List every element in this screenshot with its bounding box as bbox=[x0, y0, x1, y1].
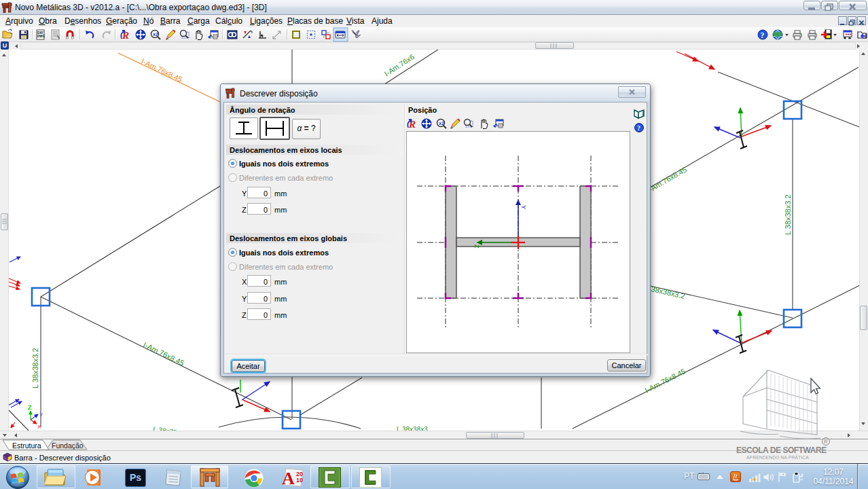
svg-text:10: 10 bbox=[296, 477, 303, 484]
svg-text:Y: Y bbox=[39, 412, 43, 418]
svg-text:L 38x38x3.2: L 38x38x3.2 bbox=[31, 348, 39, 388]
svg-text:Z: Z bbox=[28, 404, 32, 411]
svg-text:L 38x38x3.2: L 38x38x3.2 bbox=[153, 425, 191, 431]
svg-text:X: X bbox=[37, 424, 41, 430]
svg-text:38x38x3.2: 38x38x3.2 bbox=[651, 285, 686, 300]
svg-text:Z: Z bbox=[473, 244, 480, 249]
svg-text:Y: Y bbox=[520, 205, 527, 209]
svg-text:L 38x38x3: L 38x38x3 bbox=[397, 426, 428, 431]
svg-text:-Am.76x8.45: -Am.76x8.45 bbox=[647, 165, 688, 194]
svg-text:I-Am.76x6: I-Am.76x6 bbox=[383, 52, 416, 77]
svg-text:?: ? bbox=[637, 124, 640, 132]
svg-text:A: A bbox=[282, 469, 295, 487]
svg-text:I-Am.76x8.45: I-Am.76x8.45 bbox=[142, 340, 185, 367]
svg-text:I-Am.76x8.45: I-Am.76x8.45 bbox=[140, 57, 183, 84]
svg-text:L 38x38x3.2: L 38x38x3.2 bbox=[784, 194, 792, 235]
